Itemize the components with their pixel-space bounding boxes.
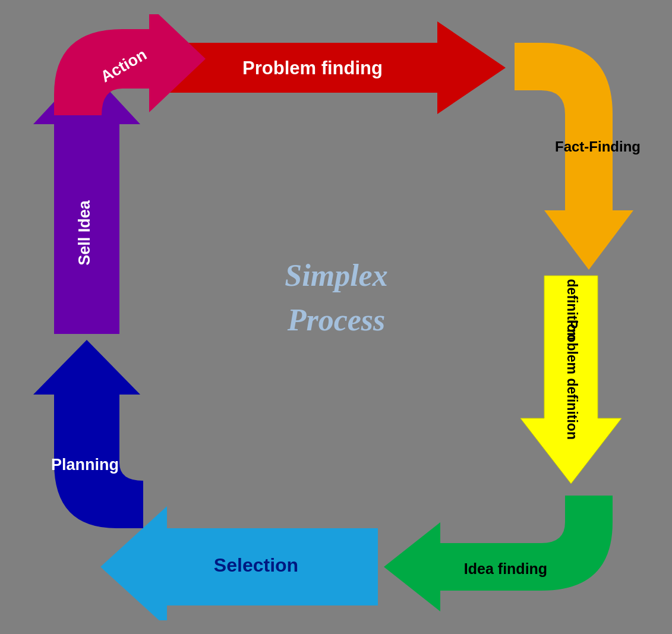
fact-finding-arrow: Fact-Finding <box>515 43 641 270</box>
center-process: Process <box>286 302 385 336</box>
idea-finding-label: Idea finding <box>463 560 547 576</box>
sell-idea-label: Sell Idea <box>75 200 93 266</box>
planning-label: Planning <box>51 456 119 474</box>
idea-finding-arrow: Idea finding <box>384 496 613 611</box>
planning-arrow: Planning <box>33 340 143 528</box>
selection-label: Selection <box>213 554 298 576</box>
fact-finding-label: Fact-Finding <box>555 138 641 154</box>
problem-finding-label: Problem finding <box>242 58 383 78</box>
action-arrow: Action <box>54 14 206 115</box>
problem-definition-text: Problem definition <box>564 320 579 440</box>
center-simplex: Simplex <box>285 258 387 292</box>
problem-finding-arrow: Problem finding <box>149 21 506 114</box>
